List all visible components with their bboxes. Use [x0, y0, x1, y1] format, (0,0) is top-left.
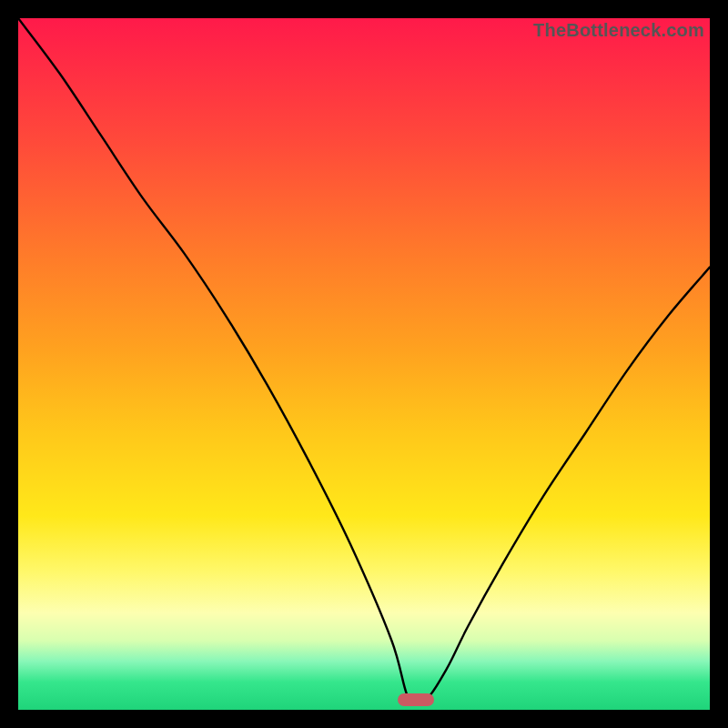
watermark-text: TheBottleneck.com: [533, 20, 704, 41]
bottleneck-curve: [18, 18, 710, 710]
plot-area: TheBottleneck.com: [18, 18, 710, 710]
min-marker: [398, 693, 434, 706]
chart-stage: TheBottleneck.com: [0, 0, 728, 728]
